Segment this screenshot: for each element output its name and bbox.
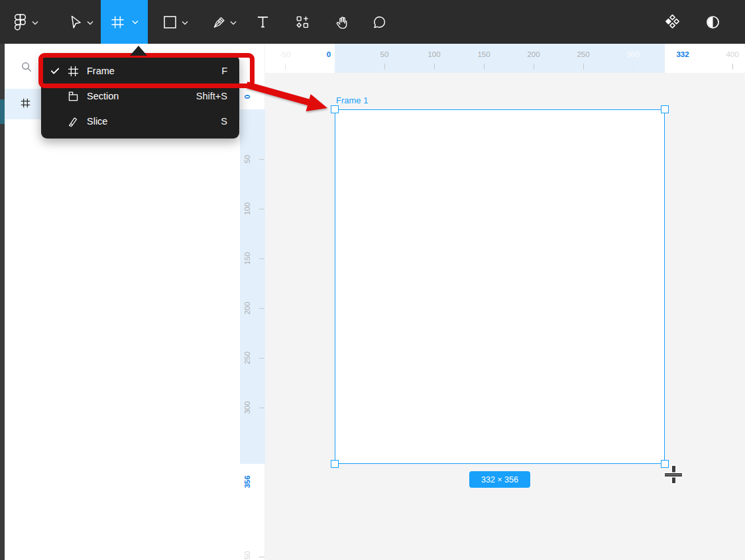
ruler-tick bbox=[434, 64, 435, 70]
ruler-tick-label: 0 bbox=[315, 50, 342, 58]
selection-handle-top-right[interactable] bbox=[661, 105, 669, 113]
ruler-tick-label: 200 bbox=[241, 297, 253, 319]
ruler-tick bbox=[484, 64, 485, 70]
frame-canvas-object[interactable] bbox=[335, 109, 665, 464]
ruler-tick-label: 150 bbox=[471, 50, 497, 58]
shape-tool-chevron[interactable] bbox=[180, 0, 190, 44]
ruler-tick-label: 200 bbox=[520, 50, 547, 58]
shape-tool-button[interactable] bbox=[158, 0, 182, 44]
ruler-tick-label: 50 bbox=[371, 50, 398, 58]
size-badge: 332 × 356 bbox=[469, 471, 530, 488]
selection-handle-bottom-left[interactable] bbox=[331, 460, 339, 468]
desktop-edge-strip bbox=[0, 44, 5, 560]
ruler-tick bbox=[259, 358, 264, 359]
contrast-toggle-button[interactable] bbox=[701, 0, 724, 44]
ruler-tick-label: 50 bbox=[241, 544, 253, 560]
hand-icon bbox=[335, 15, 350, 30]
ruler-tick-label: 250 bbox=[241, 347, 253, 369]
ruler-tick bbox=[259, 557, 264, 557]
diamonds-icon bbox=[663, 13, 681, 31]
rectangle-icon bbox=[163, 15, 177, 29]
ruler-tick-label: 0 bbox=[241, 85, 253, 108]
ruler-tick bbox=[259, 408, 264, 408]
toolbar bbox=[0, 0, 745, 44]
ruler-tick-label: 400 bbox=[719, 50, 745, 58]
move-tool-chevron[interactable] bbox=[85, 0, 95, 44]
selection-handle-top-left[interactable] bbox=[331, 105, 339, 113]
ruler-tick bbox=[259, 159, 264, 160]
ruler-tick bbox=[534, 64, 534, 70]
ruler-tick bbox=[384, 64, 385, 70]
move-tool-button[interactable] bbox=[64, 0, 87, 44]
menu-item-label: Section bbox=[87, 91, 196, 101]
chevron-down-icon bbox=[182, 16, 188, 28]
ruler-tick-label: -50 bbox=[272, 50, 298, 58]
actions-icon bbox=[295, 15, 310, 30]
menu-item-shortcut: Shift+S bbox=[196, 91, 227, 101]
annotation-highlight-box bbox=[38, 53, 255, 88]
menu-caret bbox=[130, 46, 147, 56]
menu-item-label: Slice bbox=[87, 116, 221, 127]
frame-layer-icon bbox=[5, 97, 31, 111]
frame-tool-button-active[interactable] bbox=[101, 0, 148, 44]
horizontal-ruler: -50 0 50 100 150 200 250 300 332 400 bbox=[240, 44, 745, 73]
ruler-tick bbox=[732, 64, 733, 70]
pen-tool-button[interactable] bbox=[207, 0, 231, 44]
slice-knife-icon bbox=[67, 115, 87, 128]
ruler-tick bbox=[633, 64, 634, 70]
ruler-tick bbox=[259, 209, 264, 209]
ruler-tick-label: 100 bbox=[421, 50, 447, 58]
hand-tool-button[interactable] bbox=[330, 0, 354, 44]
pen-tool-chevron[interactable] bbox=[228, 0, 239, 44]
text-icon bbox=[256, 15, 270, 29]
chevron-down-icon bbox=[87, 16, 93, 28]
figma-menu-chevron[interactable] bbox=[30, 0, 40, 44]
actions-tool-button[interactable] bbox=[290, 0, 314, 44]
chevron-down-icon bbox=[32, 16, 38, 28]
cursor-icon bbox=[69, 15, 83, 30]
ruler-tick-label: 300 bbox=[241, 396, 253, 419]
ruler-tick-label: 332 bbox=[669, 50, 696, 58]
vertical-ruler: 0 50 100 150 200 250 300 356 50 bbox=[240, 44, 265, 560]
diamonds-extension-button[interactable] bbox=[660, 0, 684, 44]
crosshair-cursor bbox=[665, 466, 682, 483]
crosshair-horizontal-bar bbox=[665, 473, 682, 476]
frame-name-label[interactable]: Frame 1 bbox=[336, 95, 368, 105]
ruler-tick-label: 250 bbox=[570, 50, 597, 58]
ruler-tick bbox=[583, 64, 584, 70]
figma-app: -50 0 50 100 150 200 250 300 332 400 0 5… bbox=[0, 0, 745, 560]
ruler-tick-label: 356 bbox=[241, 471, 253, 493]
figma-logo-icon bbox=[15, 14, 26, 30]
frame-icon bbox=[110, 15, 125, 30]
menu-item-slice[interactable]: Slice S bbox=[41, 109, 239, 134]
ruler-tick-label: 150 bbox=[241, 247, 253, 270]
text-tool-button[interactable] bbox=[251, 0, 274, 44]
chevron-down-icon bbox=[230, 16, 237, 28]
ruler-tick bbox=[259, 258, 264, 259]
search-icon bbox=[21, 61, 32, 76]
chevron-down-icon bbox=[132, 20, 139, 25]
desktop-edge-accent bbox=[0, 99, 5, 124]
comment-tool-button[interactable] bbox=[367, 0, 391, 44]
ruler-tick bbox=[259, 308, 264, 309]
ruler-tick-label: 50 bbox=[241, 148, 253, 170]
ruler-tick-label: 100 bbox=[241, 197, 253, 220]
figma-menu-button[interactable] bbox=[8, 0, 32, 44]
menu-item-shortcut: S bbox=[221, 116, 227, 127]
pen-icon bbox=[211, 15, 227, 30]
ruler-tick bbox=[285, 64, 286, 70]
comment-bubble-icon bbox=[372, 15, 387, 30]
section-icon bbox=[67, 90, 87, 103]
search-button[interactable] bbox=[17, 58, 36, 78]
ruler-tick-label: 300 bbox=[620, 50, 646, 58]
half-moon-contrast-icon bbox=[705, 14, 721, 30]
